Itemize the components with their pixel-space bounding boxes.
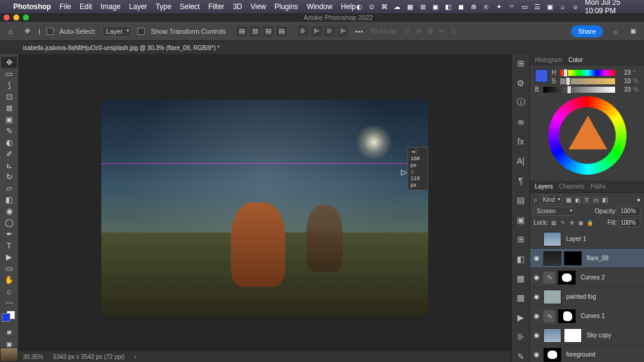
show-transform-checkbox[interactable]	[137, 28, 145, 35]
filter-adjustment-icon[interactable]: ◐	[574, 196, 581, 204]
fg-bg-color-swatch[interactable]	[2, 311, 16, 325]
history-brush-tool[interactable]: ↻	[1, 171, 17, 183]
align-top-icon[interactable]: ▤	[276, 26, 287, 37]
brushes-panel-icon[interactable]: ⊞	[515, 58, 527, 69]
navigator-panel-icon[interactable]: ▦	[515, 273, 527, 284]
hand-tool[interactable]: ✋	[1, 274, 17, 286]
align-right-icon[interactable]: ▤	[263, 26, 274, 37]
opacity-input[interactable]: 100%	[619, 207, 640, 216]
menu-help[interactable]: Help	[341, 2, 356, 11]
distribute-icon[interactable]: ⊫	[338, 26, 349, 37]
menu-image[interactable]: Image	[101, 2, 121, 11]
layer-row[interactable]: ◉ flare_08	[530, 249, 644, 268]
filter-smart-icon[interactable]: ◧	[601, 196, 608, 204]
menu-window[interactable]: Window	[307, 2, 333, 11]
menu-3d[interactable]: 3D	[233, 2, 242, 11]
brightness-slider[interactable]	[543, 87, 615, 93]
menu-layer[interactable]: Layer	[129, 2, 147, 11]
saturation-slider[interactable]	[560, 78, 615, 84]
history-panel-icon[interactable]: ▶	[515, 312, 527, 323]
layer-row[interactable]: ◉ foreground	[530, 345, 644, 362]
lock-position-icon[interactable]: ✥	[569, 219, 576, 226]
blend-mode-dropdown[interactable]: Screen	[534, 207, 575, 216]
menu-type[interactable]: Type	[156, 2, 171, 11]
status-icon[interactable]: ◐	[356, 2, 362, 11]
visibility-toggle-icon[interactable]: ◉	[532, 351, 541, 358]
layer-thumbnail[interactable]	[543, 232, 561, 246]
swatches-panel-icon[interactable]: ▦	[515, 292, 527, 303]
layer-name[interactable]: Curves 1	[581, 313, 605, 319]
filter-pixel-icon[interactable]: ▦	[565, 196, 572, 204]
visibility-toggle-icon[interactable]: ◉	[532, 312, 541, 320]
visibility-toggle-icon[interactable]: ◉	[532, 273, 541, 281]
status-icon[interactable]: ✦	[496, 2, 502, 11]
brush-tool[interactable]: ✐	[1, 148, 17, 160]
close-window-icon[interactable]	[4, 14, 10, 20]
layer-name[interactable]: Curves 2	[581, 274, 605, 281]
quick-mask-icon[interactable]: ◙	[3, 326, 15, 337]
distribute-icon[interactable]: ⊪	[298, 26, 309, 37]
menu-view[interactable]: View	[250, 2, 266, 11]
object-selection-tool[interactable]: ⊡	[1, 91, 17, 102]
gradient-tool[interactable]: ◧	[1, 194, 17, 205]
status-icon[interactable]: ☁	[394, 2, 400, 11]
fill-input[interactable]: 100%	[619, 218, 640, 227]
pen-tool[interactable]: ✒	[1, 228, 17, 240]
clone-stamp-tool[interactable]: ⊾	[1, 160, 17, 171]
marquee-tool[interactable]: ▭	[1, 68, 17, 80]
layer-mask-thumbnail[interactable]	[558, 270, 576, 285]
info-panel-icon[interactable]: ⓘ	[515, 97, 527, 108]
blur-tool[interactable]: ◉	[1, 205, 17, 217]
layer-name[interactable]: Layer 1	[566, 236, 586, 242]
status-icon[interactable]: ▦	[406, 2, 413, 11]
spot-healing-tool[interactable]: ◐	[1, 137, 17, 148]
gradients-panel-icon[interactable]: ◧	[515, 253, 527, 264]
dodge-tool[interactable]: ◯	[1, 217, 17, 228]
curves-adjustment-icon[interactable]: ∿	[543, 310, 555, 322]
visibility-toggle-icon[interactable]: ◉	[532, 254, 541, 262]
status-icon[interactable]: ◧	[445, 2, 452, 11]
document-tab[interactable]: isabella-juskova-9aNltHjuOc0-unsplash.jp…	[23, 45, 219, 51]
panel-icon[interactable]: ✎	[515, 351, 527, 362]
distribute-icon[interactable]: ⊫	[311, 26, 322, 37]
curves-adjustment-icon[interactable]: ∿	[543, 272, 555, 284]
filter-toggle-icon[interactable]: ●	[637, 196, 640, 203]
foreground-color-swatch[interactable]	[535, 69, 548, 83]
tab-color[interactable]: Color	[569, 57, 583, 63]
tab-histogram[interactable]: Histogram	[535, 57, 563, 63]
libraries-panel-icon[interactable]: ⊞	[515, 234, 527, 245]
path-selection-tool[interactable]: ▶	[1, 251, 17, 263]
maximize-window-icon[interactable]	[23, 14, 29, 20]
more-options-icon[interactable]: •••	[355, 28, 364, 35]
filter-kind-dropdown[interactable]: Kind	[540, 195, 563, 204]
align-left-icon[interactable]: ▤	[236, 26, 247, 37]
wifi-icon[interactable]: ⌔	[508, 2, 515, 11]
layer-mask-thumbnail[interactable]	[564, 328, 582, 343]
status-icon[interactable]: ⎋	[483, 2, 490, 11]
hue-value[interactable]: 23	[617, 69, 631, 76]
layers-list[interactable]: Layer 1 ◉ flare_08 ◉ ∿ Curves 2 ◉ painte…	[530, 229, 644, 362]
app-menu[interactable]: Photoshop	[13, 2, 51, 11]
distribute-icon[interactable]: ⊪	[324, 26, 335, 37]
menu-filter[interactable]: Filter	[208, 2, 224, 11]
actions-panel-icon[interactable]: ▣	[515, 214, 527, 225]
eyedropper-tool[interactable]: ✎	[1, 125, 17, 137]
home-icon[interactable]: ⌂	[5, 26, 16, 37]
search-icon[interactable]: ⌕	[534, 196, 537, 203]
status-icon[interactable]: ⋒	[470, 2, 477, 11]
status-icon[interactable]: ⊞	[420, 2, 426, 11]
visibility-toggle-icon[interactable]: ◉	[532, 293, 541, 301]
layer-mask-thumbnail[interactable]	[543, 348, 561, 362]
properties-panel-icon[interactable]: ▤	[515, 195, 527, 205]
workspace-switcher-icon[interactable]: ▣	[627, 25, 639, 37]
layer-mask-thumbnail[interactable]	[564, 251, 582, 266]
bookmark-icon[interactable]: ◼	[458, 2, 464, 11]
search-icon[interactable]: ⌕	[560, 2, 566, 11]
layer-row[interactable]: ◉ ∿ Curves 2	[530, 268, 644, 287]
share-button[interactable]: Share	[571, 25, 603, 37]
tab-layers[interactable]: Layers	[535, 183, 553, 190]
lock-artboard-icon[interactable]: ▣	[578, 219, 585, 226]
layer-name[interactable]: Sky copy	[587, 332, 611, 339]
battery-icon[interactable]: ▭	[521, 2, 528, 11]
align-center-h-icon[interactable]: ▥	[250, 26, 260, 37]
